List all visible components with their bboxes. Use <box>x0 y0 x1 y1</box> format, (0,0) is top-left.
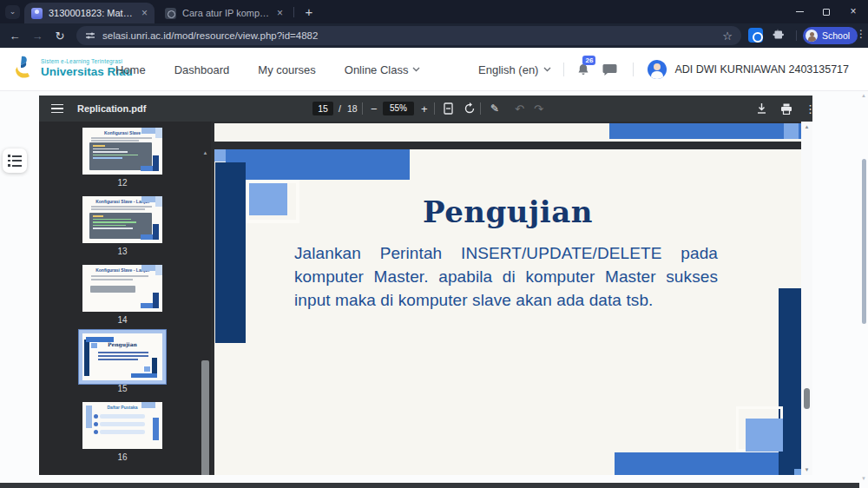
site-header: Sistem e-Learning Terintegrasi Universit… <box>0 48 868 91</box>
notification-badge: 26 <box>582 56 595 65</box>
pdf-viewer: Replication.pdf 15 / 18 − 55% + ✎ ↶ ↷ <box>39 96 812 475</box>
browser-toolbar: ← → ↻ selasi.unri.ac.id/mod/resource/vie… <box>0 23 868 48</box>
bookmark-star-icon[interactable]: ☆ <box>722 30 733 43</box>
header-divider <box>633 63 634 76</box>
slide-title: Pengujian <box>214 195 801 229</box>
pdf-page-view: Pengujian Jalankan Perintah INSERT/UPDAT… <box>211 122 801 475</box>
profile-chip[interactable]: School <box>803 27 858 44</box>
toolbar-divider <box>434 102 435 115</box>
scrollbar-thumb[interactable] <box>201 360 209 475</box>
thumb-page-number: 14 <box>82 315 162 325</box>
thumbnail-page-16[interactable]: Daftar Pustaka 16 <box>82 402 162 462</box>
thumb-page-number: 16 <box>82 452 162 462</box>
thumbnail-page-12[interactable]: Konfigurasi Slave 12 <box>82 128 162 188</box>
page-footer-edge <box>0 483 859 488</box>
tab-separator <box>293 7 294 17</box>
tab-selasi[interactable]: 3130001823: Materi | Selasi × <box>24 3 155 23</box>
scroll-up-icon[interactable]: ▲ <box>860 93 867 98</box>
browser-menu-icon[interactable]: ⋮ <box>856 28 866 40</box>
close-tab-icon[interactable]: × <box>141 8 148 18</box>
scroll-down-icon[interactable]: ▼ <box>801 467 812 472</box>
pdf-more-menu[interactable]: ⋮ <box>805 96 816 122</box>
undo-button[interactable]: ↶ <box>515 96 524 122</box>
tab-cara-atur-ip[interactable]: Cara atur IP komputer × <box>158 3 290 23</box>
scroll-down-icon[interactable]: ▼ <box>860 476 867 481</box>
page-content: Replication.pdf 15 / 18 − 55% + ✎ ↶ ↷ <box>0 91 868 488</box>
video-favicon <box>165 8 176 19</box>
download-button[interactable] <box>756 96 767 122</box>
fit-page-button[interactable] <box>444 96 453 122</box>
user-avatar[interactable] <box>648 60 667 79</box>
site-info-icon[interactable] <box>85 30 95 41</box>
user-name[interactable]: ADI DWI KURNIAWAN 2403135717 <box>674 63 849 76</box>
slide-decor-outline-square2 <box>736 406 783 452</box>
window-restore-button[interactable] <box>812 0 841 23</box>
extension-icon[interactable] <box>748 28 763 43</box>
thumb-title: Pengujian <box>82 341 162 347</box>
tab-title: Cara atur IP komputer <box>182 8 272 18</box>
profile-avatar <box>806 30 818 42</box>
unri-logo-icon <box>14 55 35 81</box>
back-button[interactable]: ← <box>3 30 26 43</box>
zoom-level-select[interactable]: 55% <box>383 102 414 115</box>
scrollbar-thumb[interactable] <box>804 388 810 409</box>
toolbar-separator <box>796 30 797 41</box>
pdf-scrollbar[interactable]: ▲ ▼ <box>801 122 812 475</box>
extensions-puzzle-icon[interactable] <box>773 28 785 40</box>
pdf-toolbar: Replication.pdf 15 / 18 − 55% + ✎ ↶ ↷ <box>39 96 812 122</box>
zoom-in-button[interactable]: + <box>421 96 428 122</box>
pdf-page-15: Pengujian Jalankan Perintah INSERT/UPDAT… <box>214 149 801 475</box>
messages-icon[interactable] <box>602 63 617 76</box>
window-minimize-button[interactable] <box>785 0 814 23</box>
slide-decor-bottomright-square <box>794 469 801 475</box>
pdf-menu-icon[interactable] <box>51 96 63 122</box>
reload-button[interactable]: ↻ <box>49 30 71 43</box>
thumbnail-page-14[interactable]: Konfigurasi Slave - Lanjut 14 <box>82 265 162 325</box>
redo-button[interactable]: ↷ <box>534 96 543 122</box>
selasi-favicon <box>31 8 43 19</box>
notifications-button[interactable]: 26 <box>576 63 590 77</box>
zoom-out-button[interactable]: − <box>371 96 378 122</box>
new-tab-button[interactable]: + <box>300 3 318 21</box>
scroll-up-icon[interactable]: ▲ <box>801 124 812 129</box>
pdf-filename: Replication.pdf <box>77 96 146 122</box>
thumbnail-page-13[interactable]: Konfigurasi Slave - Lanjut 13 <box>82 196 162 256</box>
rotate-button[interactable] <box>464 96 476 122</box>
tab-search-button[interactable]: ⌄ <box>5 5 20 19</box>
screen: ⌄ 3130001823: Materi | Selasi × Cara atu… <box>0 0 868 488</box>
annotate-button[interactable]: ✎ <box>490 96 499 122</box>
nav-home[interactable]: Home <box>115 63 146 76</box>
page-scrollbar[interactable]: ▲ ▼ <box>859 91 868 488</box>
address-bar[interactable]: selasi.unri.ac.id/mod/resource/view.php?… <box>76 26 741 45</box>
print-button[interactable] <box>780 96 792 122</box>
pdf-thumbnail-sidebar: Konfigurasi Slave 12 Konfigurasi Slave -… <box>39 122 211 475</box>
pdf-page-14-bottom <box>214 123 801 142</box>
close-tab-icon[interactable]: × <box>277 8 283 18</box>
toolbar-divider <box>362 102 363 115</box>
course-index-drawer-button[interactable] <box>3 148 27 173</box>
chevron-down-icon: ⌄ <box>10 7 16 16</box>
window-close-button[interactable]: × <box>838 0 868 23</box>
slide-decor-topleft-square <box>214 149 226 162</box>
page-separator: / <box>339 96 341 122</box>
chevron-down-icon <box>543 67 551 72</box>
main-nav: Home Dashboard My courses Online Class <box>115 48 420 91</box>
thumbnail-scrollbar[interactable]: ▲ ▼ <box>200 148 211 475</box>
page-number-input[interactable]: 15 <box>312 102 333 115</box>
slide-decor-top-bar <box>226 149 410 180</box>
nav-online-class[interactable]: Online Class <box>345 63 421 76</box>
thumb-page-number: 15 <box>82 384 162 393</box>
browser-tab-strip: ⌄ 3130001823: Materi | Selasi × Cara atu… <box>0 0 868 23</box>
slide-decor-bottom-bar <box>615 452 801 475</box>
scroll-up-icon[interactable]: ▲ <box>200 150 211 155</box>
toolbar-divider <box>480 102 481 115</box>
thumbnail-page-15-selected[interactable]: Pengujian 15 <box>82 333 162 393</box>
forward-button[interactable]: → <box>26 30 49 43</box>
header-right: English (en) 26 ADI DWI KURNIAWAN 240313… <box>478 48 849 91</box>
thumb-page-number: 13 <box>82 247 162 256</box>
slide-body-text: Jalankan Perintah INSERT/UPDATE/DELETE p… <box>294 241 718 312</box>
scrollbar-thumb[interactable] <box>862 159 866 324</box>
language-menu[interactable]: English (en) <box>478 63 551 76</box>
nav-my-courses[interactable]: My courses <box>258 63 315 76</box>
nav-dashboard[interactable]: Dashboard <box>174 63 230 76</box>
